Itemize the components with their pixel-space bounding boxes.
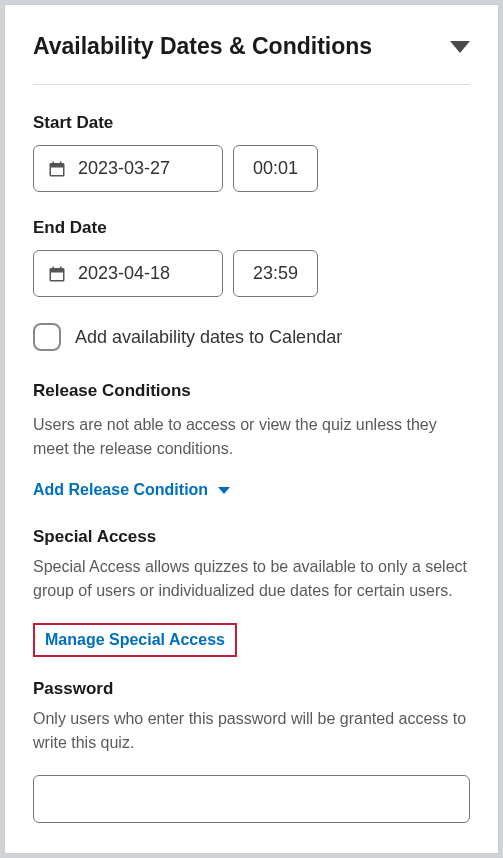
manage-special-access-highlight: Manage Special Access (33, 623, 237, 657)
release-conditions-heading: Release Conditions (33, 381, 470, 401)
end-time-input[interactable]: 23:59 (233, 250, 318, 297)
password-input[interactable] (33, 775, 470, 823)
manage-special-access-label: Manage Special Access (45, 631, 225, 649)
calendar-icon (48, 265, 66, 283)
password-description: Only users who enter this password will … (33, 707, 470, 755)
password-heading: Password (33, 679, 470, 699)
start-date-row: 2023-03-27 00:01 (33, 145, 470, 192)
svg-rect-1 (50, 163, 64, 167)
svg-rect-3 (60, 161, 62, 165)
release-conditions-description: Users are not able to access or view the… (33, 413, 470, 461)
svg-rect-5 (50, 268, 64, 272)
calendar-checkbox-row: Add availability dates to Calendar (33, 323, 470, 351)
chevron-down-icon (218, 487, 230, 494)
svg-rect-6 (53, 266, 55, 270)
end-date-value: 2023-04-18 (78, 263, 170, 284)
special-access-description: Special Access allows quizzes to be avai… (33, 555, 470, 603)
start-date-value: 2023-03-27 (78, 158, 170, 179)
start-time-input[interactable]: 00:01 (233, 145, 318, 192)
svg-rect-2 (53, 161, 55, 165)
start-date-input[interactable]: 2023-03-27 (33, 145, 223, 192)
start-time-value: 00:01 (253, 158, 298, 179)
calendar-checkbox-label: Add availability dates to Calendar (75, 327, 342, 348)
special-access-heading: Special Access (33, 527, 470, 547)
availability-panel: Availability Dates & Conditions Start Da… (4, 4, 499, 854)
calendar-icon (48, 160, 66, 178)
start-date-label: Start Date (33, 113, 470, 133)
collapse-caret-icon[interactable] (450, 41, 470, 53)
panel-header: Availability Dates & Conditions (33, 33, 470, 85)
add-release-condition-button[interactable]: Add Release Condition (33, 481, 230, 499)
panel-title: Availability Dates & Conditions (33, 33, 372, 60)
end-date-input[interactable]: 2023-04-18 (33, 250, 223, 297)
add-release-condition-label: Add Release Condition (33, 481, 208, 499)
svg-rect-7 (60, 266, 62, 270)
manage-special-access-button[interactable]: Manage Special Access (45, 631, 225, 649)
calendar-checkbox[interactable] (33, 323, 61, 351)
end-time-value: 23:59 (253, 263, 298, 284)
end-date-row: 2023-04-18 23:59 (33, 250, 470, 297)
end-date-label: End Date (33, 218, 470, 238)
